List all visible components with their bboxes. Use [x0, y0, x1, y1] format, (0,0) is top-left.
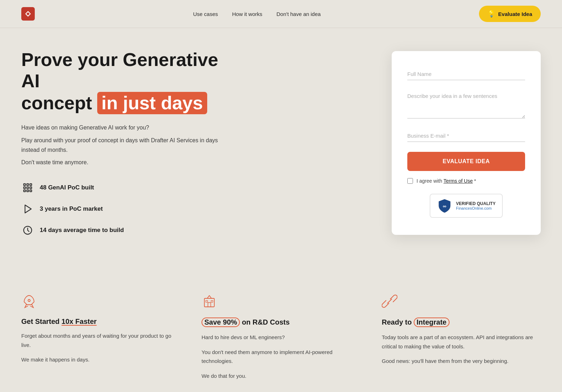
stat-days: 14 days average time to build — [21, 224, 234, 237]
hero-title-line1: Prove your Generative AI — [21, 49, 218, 91]
nav-how-it-works[interactable]: How it works — [232, 11, 262, 17]
svg-text:∞: ∞ — [443, 203, 446, 209]
feature-faster: Get Started 10x Faster Forget about mont… — [21, 293, 180, 380]
svg-rect-8 — [30, 190, 32, 192]
logo-icon — [24, 10, 32, 18]
feature-integrate-desc2: Good news: you'll have them from the ver… — [382, 357, 541, 366]
feature-save-highlight: Save 90% — [202, 318, 240, 327]
email-input[interactable] — [407, 130, 525, 142]
svg-rect-14 — [208, 303, 211, 307]
svg-point-12 — [28, 299, 30, 302]
terms-checkbox[interactable] — [407, 178, 413, 184]
form-card: Evaluate idea I agree with Terms of Use … — [392, 51, 541, 235]
feature-save-desc3: We do that for you. — [202, 371, 360, 381]
stat-days-text: 14 days average time to build — [40, 227, 124, 234]
verified-site: FinancesOnline.com — [456, 206, 495, 210]
full-name-input[interactable] — [407, 68, 525, 80]
play-icon — [21, 203, 34, 215]
feature-faster-desc2: We make it happens in days. — [21, 355, 180, 364]
terms-asterisk: * — [473, 178, 476, 184]
stat-years: 3 years in PoC market — [21, 203, 234, 215]
feature-save: Save 90% on R&D Costs Hard to hire devs … — [202, 293, 360, 380]
email-field[interactable] — [407, 130, 525, 142]
svg-rect-1 — [27, 184, 29, 186]
nav-cta-label: Evaluate Idea — [498, 11, 532, 17]
svg-line-17 — [387, 299, 392, 303]
nav-use-cases[interactable]: Use cases — [193, 11, 218, 17]
feature-save-desc1: Hard to hire devs or ML engineers? — [202, 333, 360, 342]
feature-integrate: Ready to Integrate Today tools are a par… — [382, 293, 541, 380]
stats-list: 48 GenAI PoC built 3 years in PoC market — [21, 181, 234, 237]
terms-row: I agree with Terms of Use * — [407, 178, 525, 184]
hero-desc1: Have ideas on making Generative AI work … — [21, 123, 234, 132]
feature-save-post: on R&D Costs — [240, 318, 290, 326]
building-icon — [202, 293, 217, 309]
idea-field[interactable] — [407, 90, 525, 120]
terms-label: I agree with Terms of Use * — [417, 178, 476, 184]
feature-integrate-pre: Ready to — [382, 318, 414, 326]
svg-rect-2 — [30, 184, 32, 186]
svg-rect-7 — [27, 190, 29, 192]
feature-integrate-highlight: Integrate — [414, 318, 449, 327]
svg-marker-9 — [25, 205, 32, 213]
feature-integrate-title: Ready to Integrate — [382, 318, 541, 327]
terms-link[interactable]: Terms of Use — [443, 178, 473, 184]
full-name-field[interactable] — [407, 68, 525, 80]
stat-poc-text: 48 GenAI PoC built — [40, 184, 94, 191]
svg-rect-15 — [206, 300, 208, 302]
feature-faster-desc1: Forget about months and years of waiting… — [21, 331, 180, 349]
verified-title: VERIFIED QUALITY — [456, 201, 495, 206]
grid-icon — [21, 181, 34, 194]
svg-rect-6 — [24, 190, 26, 192]
feature-save-desc2: You don't need them anymore to implement… — [202, 348, 360, 366]
svg-rect-5 — [30, 187, 32, 189]
verified-badge-inner: ∞ VERIFIED QUALITY FinancesOnline.com — [430, 194, 502, 218]
svg-rect-4 — [27, 187, 29, 189]
rocket-icon — [21, 293, 37, 309]
nav-no-idea[interactable]: Don't have an idea — [276, 11, 321, 17]
hero-title-line2-pre: concept — [21, 93, 97, 113]
logo[interactable] — [21, 7, 35, 21]
svg-rect-3 — [24, 187, 26, 189]
form-container: Evaluate idea I agree with Terms of Use … — [392, 51, 541, 235]
idea-textarea[interactable] — [407, 90, 525, 118]
verified-text-block: VERIFIED QUALITY FinancesOnline.com — [456, 201, 495, 210]
bulb-icon: 💡 — [487, 10, 495, 18]
hero-desc2: Play around with your proof of concept i… — [21, 136, 234, 155]
hero-section: Prove your Generative AI concept in just… — [0, 28, 562, 265]
stat-poc-count: 48 GenAI PoC built — [21, 181, 234, 194]
evaluate-button[interactable]: Evaluate idea — [407, 152, 525, 171]
feature-faster-title: Get Started 10x Faster — [21, 318, 180, 326]
stat-years-text: 3 years in PoC market — [40, 205, 103, 212]
hero-desc3: Don't waste time anymore. — [21, 158, 234, 167]
link-icon — [382, 293, 397, 309]
feature-integrate-desc1: Today tools are a part of an ecosystem. … — [382, 333, 541, 351]
clock-icon — [21, 224, 34, 237]
svg-rect-0 — [24, 184, 26, 186]
nav-links: Use cases How it works Don't have an ide… — [193, 11, 321, 17]
hero-content: Prove your Generative AI concept in just… — [21, 49, 234, 237]
features-section: Get Started 10x Faster Forget about mont… — [0, 265, 562, 392]
terms-prefix: I agree with — [417, 178, 443, 184]
hero-title: Prove your Generative AI concept in just… — [21, 49, 234, 114]
feature-save-title: Save 90% on R&D Costs — [202, 318, 360, 327]
shield-icon: ∞ — [437, 198, 452, 214]
hero-title-highlight: in just days — [97, 92, 207, 115]
feature-faster-title-pre: Get Started — [21, 318, 61, 325]
svg-rect-16 — [211, 300, 213, 302]
nav-evaluate-button[interactable]: 💡 Evaluate Idea — [479, 6, 541, 22]
verified-badge: ∞ VERIFIED QUALITY FinancesOnline.com — [407, 194, 525, 218]
feature-faster-highlight: 10x Faster — [61, 318, 97, 325]
